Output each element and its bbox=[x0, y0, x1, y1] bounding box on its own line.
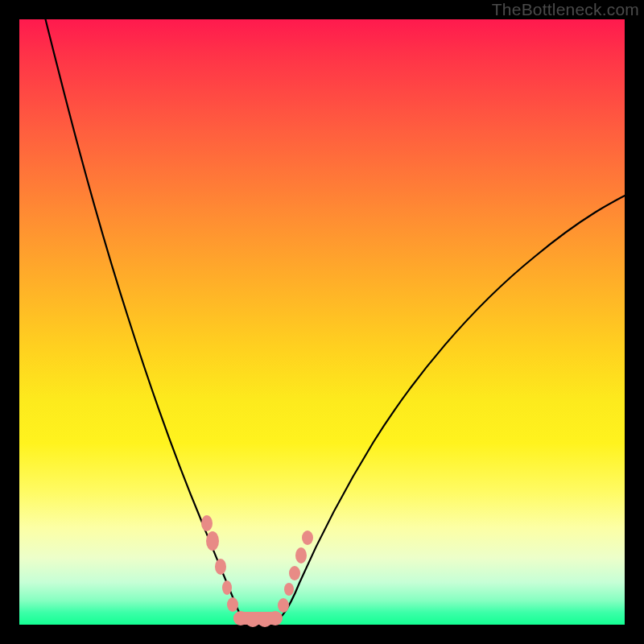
plot-area bbox=[19, 19, 625, 625]
curve-layer bbox=[19, 19, 625, 625]
svg-point-2 bbox=[215, 559, 226, 575]
svg-point-13 bbox=[295, 547, 307, 564]
curve-right bbox=[274, 192, 631, 623]
marker-cluster bbox=[201, 515, 313, 627]
svg-point-3 bbox=[222, 580, 232, 595]
svg-point-9 bbox=[268, 611, 283, 625]
svg-point-11 bbox=[284, 583, 294, 596]
svg-point-12 bbox=[289, 566, 300, 580]
svg-point-14 bbox=[302, 530, 313, 545]
svg-point-4 bbox=[227, 597, 238, 612]
watermark-text: TheBottleneck.com bbox=[492, 0, 639, 19]
svg-point-0 bbox=[201, 515, 213, 531]
chart-frame: TheBottleneck.com bbox=[0, 0, 644, 644]
svg-point-10 bbox=[278, 598, 289, 613]
curve-left bbox=[43, 11, 248, 623]
svg-point-1 bbox=[206, 531, 219, 551]
